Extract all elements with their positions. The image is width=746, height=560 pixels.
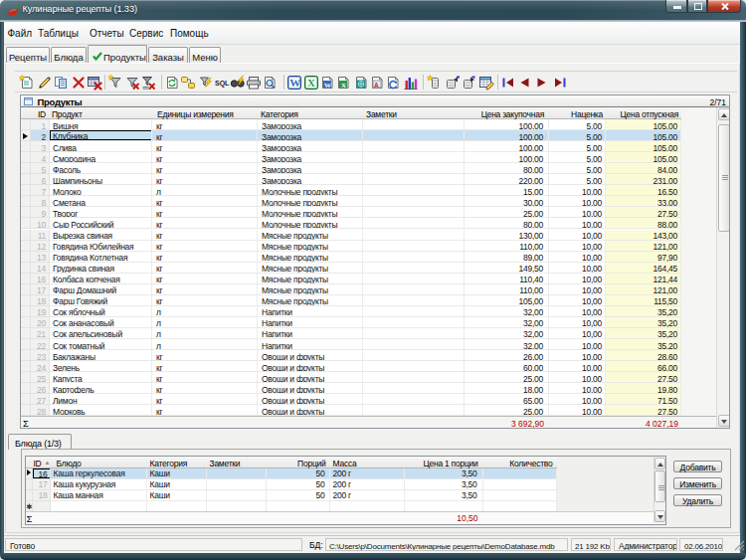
svg-text:W: W (289, 77, 300, 89)
svg-text:W: W (324, 82, 331, 90)
svg-text:X: X (341, 82, 346, 90)
svg-text:X: X (307, 77, 315, 89)
svg-text:A: A (374, 82, 379, 89)
svg-text:SQL: SQL (215, 80, 230, 88)
